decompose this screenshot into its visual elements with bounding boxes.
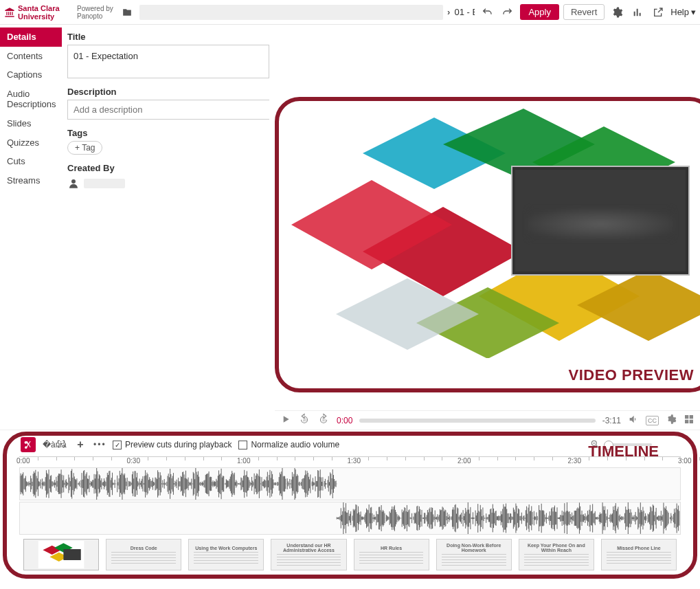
preview-cuts-label: Preview cuts during playback [125,440,232,449]
video-preview[interactable] [282,104,700,358]
timeline-ruler[interactable]: 0:000:301:001:302:002:303:00 [19,456,681,467]
grid-icon[interactable] [684,414,695,427]
current-time: 0:00 [337,416,352,425]
preview-cuts-checkbox[interactable]: Preview cuts during playback [113,440,232,449]
redo-icon[interactable] [499,4,516,21]
more-icon[interactable]: ••• [93,440,106,449]
tags-label: Tags [67,128,269,138]
details-panel: Title Description Tags + Tag Created By [62,25,275,430]
description-input[interactable] [67,100,269,120]
ruler-mark: 2:30 [568,457,581,465]
stats-icon[interactable] [629,4,646,21]
powered-by: Powered by Panopto [77,5,115,20]
breadcrumb-path[interactable] [139,5,443,20]
breadcrumb-current: 01 - E [454,7,475,17]
brand-name: Santa Clara University [18,4,73,21]
ruler-mark: 3:00 [678,457,691,465]
sidebar-item-streams[interactable]: Streams [0,171,62,190]
ruler-mark: 0:30 [126,457,139,465]
ruler-mark: 1:00 [237,457,250,465]
sidebar-item-details[interactable]: Details [0,27,62,47]
slide-thumbnails: Dress CodeUsing the Work ComputersUnders… [0,535,700,572]
focus-icon[interactable]: �ània [43,440,55,449]
add-icon[interactable]: + [74,438,87,451]
focus-icon[interactable] [55,439,67,451]
sidebar: DetailsContentsCaptionsAudio Description… [0,25,62,430]
normalize-label: Normalize audio volume [251,440,339,449]
ruler-mark: 0:00 [16,457,30,465]
annotation-timeline-label: TIMELINE [588,443,659,460]
brand-logo: Santa Clara University [4,4,73,21]
play-icon[interactable] [280,414,291,427]
help-menu[interactable]: Help ▾ [670,7,696,17]
chevron-down-icon: ▾ [691,7,696,17]
slide-overlay [511,166,690,276]
gear-icon[interactable] [609,4,625,21]
slide-thumb[interactable]: Using the Work Computers [188,539,264,570]
share-icon[interactable] [650,4,666,21]
slide-thumb[interactable]: Dress Code [106,539,181,570]
add-tag-button[interactable]: + Tag [67,141,102,155]
waveform-track-b[interactable] [19,502,681,535]
slide-thumb[interactable]: Doing Non-Work Before Homework [436,539,512,570]
checkbox-icon [238,441,247,449]
created-by-label: Created By [67,163,269,173]
title-input[interactable] [67,45,269,78]
svg-point-12 [60,443,62,444]
slide-thumb[interactable]: HR Rules [354,539,429,570]
sidebar-item-slides[interactable]: Slides [0,114,62,133]
svg-text:10: 10 [303,419,307,422]
sidebar-item-captions[interactable]: Captions [0,65,62,85]
revert-button[interactable]: Revert [563,4,605,20]
playback-bar: 10 10 0:00 -3:11 CC [275,410,700,430]
slide-thumb[interactable]: Understand our HR Administrative Access [271,539,346,570]
cut-tool-icon[interactable] [21,437,36,452]
waveform-track-a[interactable] [19,467,681,500]
apply-button[interactable]: Apply [520,4,559,20]
cc-icon[interactable]: CC [646,416,659,425]
sidebar-item-cuts[interactable]: Cuts [0,152,62,171]
svg-text:10: 10 [322,419,326,422]
folder-icon[interactable] [119,4,135,21]
sidebar-item-quizzes[interactable]: Quizzes [0,133,62,153]
ruler-mark: 2:00 [458,457,471,465]
creator-row [67,177,269,190]
rewind10-icon[interactable]: 10 [298,413,311,427]
slide-thumb[interactable]: Keep Your Phone On and Within Reach [519,539,594,570]
preview-area: VIDEO PREVIEW 10 10 0:00 -3:11 CC [275,25,700,430]
volume-icon[interactable] [628,414,639,427]
sidebar-item-contents[interactable]: Contents [0,47,62,66]
scrub-bar[interactable] [359,419,595,423]
powered-line1: Powered by [77,5,115,12]
forward10-icon[interactable]: 10 [317,413,330,427]
main-area: DetailsContentsCaptionsAudio Description… [0,25,700,430]
slide-thumb[interactable] [23,539,99,570]
app-header: Santa Clara University Powered by Panopt… [0,0,700,25]
timeline-section: TIMELINE �ània + ••• Preview cuts during… [0,430,700,581]
sidebar-item-audio-descriptions[interactable]: Audio Descriptions [0,85,62,114]
undo-icon[interactable] [479,4,495,21]
annotation-video-preview-label: VIDEO PREVIEW [568,366,694,384]
help-label: Help [670,7,689,17]
creator-name [84,179,125,188]
ruler-mark: 1:30 [348,457,361,465]
normalize-checkbox[interactable]: Normalize audio volume [238,440,339,449]
powered-line2: Panopto [77,12,115,20]
description-label: Description [67,87,269,97]
university-icon [4,7,15,18]
svg-rect-20 [63,549,80,560]
person-icon [67,177,80,190]
playback-settings-icon[interactable] [666,414,677,427]
chevron-right-icon: › [447,7,450,17]
title-label: Title [67,32,269,42]
remaining-time: -3:11 [602,416,621,425]
checkbox-icon [113,441,122,449]
slide-thumb[interactable]: Missed Phone Line [601,539,677,570]
